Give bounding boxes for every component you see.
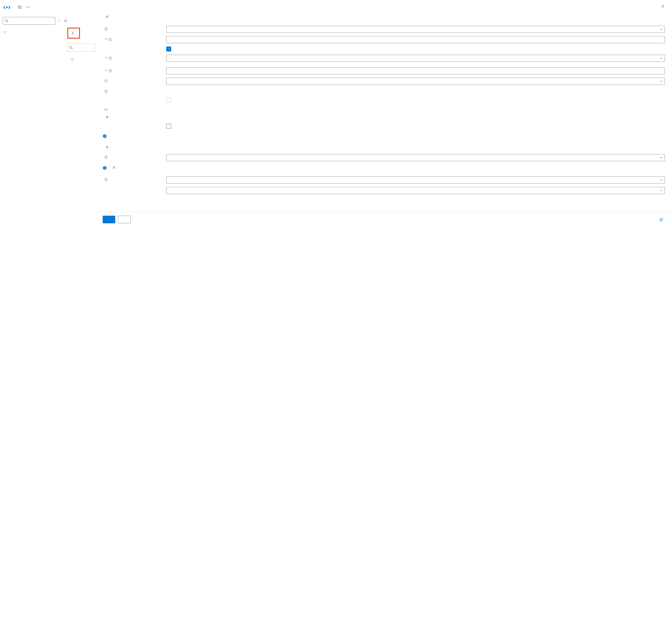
section-private-subnet [103, 107, 665, 111]
feedback-icon [659, 218, 663, 222]
subnet-purpose-select[interactable] [166, 26, 665, 33]
subnet-list-column [67, 0, 95, 227]
expand-collapse-icon[interactable] [58, 19, 61, 22]
label-subnet-addr-range [103, 88, 166, 93]
info-icon[interactable] [104, 27, 108, 31]
sidebar-search[interactable] [3, 17, 55, 25]
sort-icon [71, 58, 74, 61]
label-nsg [103, 177, 166, 182]
nav-group-settings[interactable] [3, 28, 67, 36]
label-name: * [103, 36, 166, 41]
search-icon [69, 46, 73, 49]
panel-footer [96, 212, 672, 227]
security-description [103, 145, 665, 150]
nat-info [103, 166, 665, 170]
private-subnet-description [103, 115, 665, 120]
page-header [3, 2, 67, 12]
ipv4-range-select[interactable] [166, 55, 665, 62]
starting-address-field[interactable] [169, 69, 662, 73]
cancel-button[interactable] [118, 216, 131, 223]
nsg-select[interactable] [166, 177, 665, 184]
private-warning [103, 134, 665, 138]
chevron-down-icon [660, 28, 663, 31]
close-icon[interactable] [661, 4, 665, 8]
learn-more-link[interactable] [111, 166, 115, 170]
sidebar [0, 0, 67, 227]
favorite-star-icon[interactable] [17, 5, 22, 9]
size-select[interactable] [166, 78, 665, 85]
learn-more-link[interactable] [105, 145, 108, 149]
label-subnet-purpose [103, 26, 166, 31]
more-icon[interactable] [26, 5, 30, 9]
subnet-search[interactable] [67, 43, 95, 52]
add-subnet-button[interactable] [67, 28, 80, 38]
nat-gateway-select[interactable] [166, 154, 665, 161]
vnet-icon [3, 3, 11, 11]
info-icon[interactable] [104, 156, 108, 159]
info-fill-icon [103, 166, 107, 170]
info-icon[interactable] [108, 57, 112, 60]
panel-lead-text [103, 14, 665, 20]
info-icon[interactable] [104, 90, 108, 93]
route-table-select[interactable] [166, 187, 665, 194]
label-starting-address: * [103, 67, 166, 73]
chevron-down-icon [660, 189, 663, 192]
info-icon[interactable] [108, 38, 112, 41]
learn-more-link[interactable] [105, 15, 108, 19]
give-feedback-link[interactable] [659, 218, 665, 222]
column-header-name[interactable] [67, 57, 95, 62]
info-icon[interactable] [104, 178, 108, 182]
info-fill-icon [103, 134, 107, 138]
plus-icon [71, 31, 75, 35]
learn-more-link[interactable] [105, 115, 108, 119]
chevron-down-icon [660, 57, 663, 60]
label-ipv4-range: * [103, 55, 166, 60]
subnet-search-input[interactable] [75, 45, 93, 50]
label-include-ipv4 [103, 46, 166, 48]
starting-address-input[interactable] [166, 67, 665, 75]
include-ipv6-checkbox [166, 97, 171, 102]
label-size [103, 78, 166, 83]
add-button[interactable] [103, 216, 115, 223]
chevron-down-icon [660, 80, 663, 83]
chevron-down-icon [660, 179, 663, 182]
label-route-table [103, 187, 166, 188]
collapse-sidebar-icon[interactable] [64, 19, 67, 23]
preview-badge [104, 109, 108, 110]
chevron-down-icon [3, 30, 7, 34]
name-field[interactable] [169, 37, 662, 42]
info-icon[interactable] [104, 79, 108, 83]
add-subnet-panel: * * [95, 0, 672, 227]
sidebar-search-input[interactable] [10, 19, 54, 23]
info-icon[interactable] [108, 69, 112, 73]
enable-private-checkbox[interactable] [166, 124, 171, 129]
chevron-down-icon [660, 156, 663, 159]
search-icon [5, 19, 8, 23]
label-nat-gateway [103, 154, 166, 159]
name-input[interactable] [166, 36, 665, 43]
label-include-ipv6 [103, 97, 166, 99]
include-ipv4-checkbox[interactable] [166, 46, 171, 51]
